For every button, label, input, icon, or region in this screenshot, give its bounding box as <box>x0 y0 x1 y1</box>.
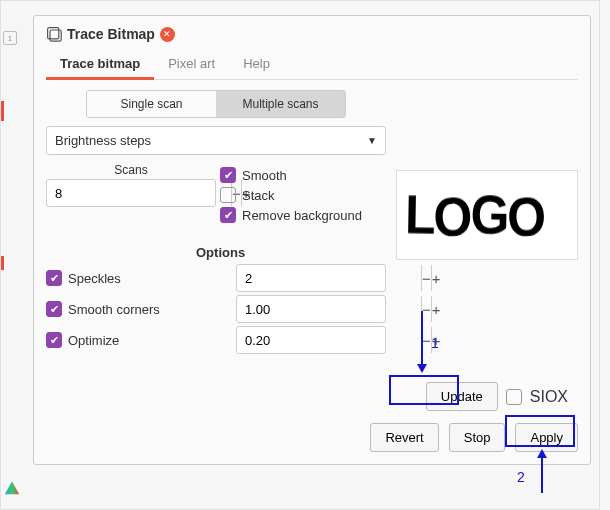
scan-mode-segment: Single scan Multiple scans <box>86 90 346 118</box>
svg-marker-0 <box>5 482 19 495</box>
trace-bitmap-icon <box>46 26 62 42</box>
window-frame: 1 Trace Bitmap Trace bitmap Pixel art He… <box>0 0 600 510</box>
multiple-scans-button[interactable]: Multiple scans <box>216 91 345 117</box>
optimize-input[interactable] <box>237 327 421 353</box>
scans-label: Scans <box>46 163 216 177</box>
options-heading: Options <box>46 245 386 260</box>
method-dropdown-value: Brightness steps <box>55 133 151 148</box>
revert-button[interactable]: Revert <box>370 423 438 452</box>
left-gutter: 1 <box>1 21 25 501</box>
preview-canvas <box>397 171 577 259</box>
smooth-corners-spinbox: − + <box>236 295 386 323</box>
remove-bg-checkbox[interactable] <box>220 207 236 223</box>
page-thumbnail-icon: 1 <box>3 31 17 45</box>
tab-bar: Trace bitmap Pixel art Help <box>46 50 578 80</box>
stack-checkbox[interactable] <box>220 187 236 203</box>
scans-spinbox: − + <box>46 179 216 207</box>
tab-pixel-art[interactable]: Pixel art <box>154 50 229 79</box>
dialog-title: Trace Bitmap <box>67 26 155 42</box>
stop-button[interactable]: Stop <box>449 423 506 452</box>
apply-button[interactable]: Apply <box>515 423 578 452</box>
smooth-corners-checkbox[interactable] <box>46 301 62 317</box>
speckles-label: Speckles <box>68 271 121 286</box>
optimize-checkbox[interactable] <box>46 332 62 348</box>
tab-help[interactable]: Help <box>229 50 284 79</box>
smooth-checkbox[interactable] <box>220 167 236 183</box>
speckles-input[interactable] <box>237 265 421 291</box>
preview-area <box>396 170 578 260</box>
palette-icon <box>3 478 21 496</box>
trace-bitmap-panel: Trace Bitmap Trace bitmap Pixel art Help… <box>33 15 591 465</box>
remove-bg-label: Remove background <box>242 208 362 223</box>
close-icon[interactable] <box>160 27 175 42</box>
scans-input[interactable] <box>47 180 231 206</box>
smooth-corners-input[interactable] <box>237 296 421 322</box>
chevron-down-icon: ▼ <box>367 135 377 146</box>
svg-rect-1 <box>48 28 59 39</box>
tab-trace-bitmap[interactable]: Trace bitmap <box>46 50 154 80</box>
annotation-label-2: 2 <box>517 469 525 485</box>
optimize-spinbox: − + <box>236 326 386 354</box>
speckles-checkbox[interactable] <box>46 270 62 286</box>
update-button[interactable]: Update <box>426 382 498 411</box>
siox-checkbox[interactable] <box>506 389 522 405</box>
siox-label: SIOX <box>530 388 568 406</box>
method-dropdown[interactable]: Brightness steps ▼ <box>46 126 386 155</box>
single-scan-button[interactable]: Single scan <box>87 91 216 117</box>
svg-rect-2 <box>50 30 61 41</box>
speckles-spinbox: − + <box>236 264 386 292</box>
optimize-label: Optimize <box>68 333 119 348</box>
smooth-label: Smooth <box>242 168 287 183</box>
stack-label: Stack <box>242 188 275 203</box>
smooth-corners-label: Smooth corners <box>68 302 160 317</box>
